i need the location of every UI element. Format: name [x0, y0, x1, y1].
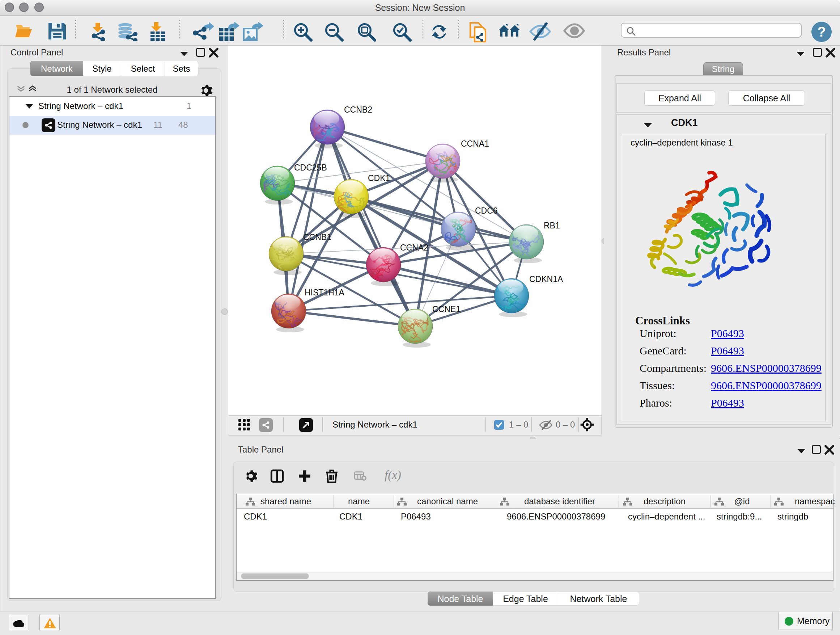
svg-text:CCNE1: CCNE1: [432, 304, 461, 314]
svg-text:CCNB2: CCNB2: [344, 105, 372, 114]
svg-text:CDC6: CDC6: [475, 206, 498, 215]
svg-text:?: ?: [817, 24, 826, 40]
svg-text:HIST1H1A: HIST1H1A: [305, 288, 345, 297]
svg-text:RB1: RB1: [544, 221, 560, 230]
svg-text:CDK1: CDK1: [368, 173, 390, 183]
svg-text:CDC25B: CDC25B: [294, 163, 327, 172]
svg-text:CCNA2: CCNA2: [400, 243, 428, 252]
svg-text:CCNB1: CCNB1: [303, 233, 332, 242]
svg-text:CCNA1: CCNA1: [461, 139, 489, 149]
svg-text:CDKN1A: CDKN1A: [529, 274, 563, 284]
